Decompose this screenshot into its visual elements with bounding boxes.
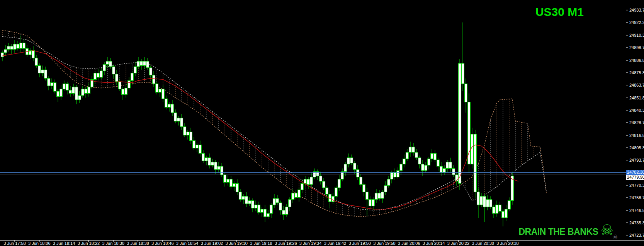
time-axis-label: 3 Jun 20:06 [398, 241, 420, 246]
candle-body [196, 145, 199, 148]
candle-body [480, 196, 483, 205]
candle-body [236, 183, 239, 192]
candle-body [245, 196, 248, 204]
candle-body [375, 193, 378, 200]
candle-body [465, 84, 467, 102]
candle-body [224, 175, 226, 182]
candle-body [301, 183, 304, 190]
candle-body [174, 113, 177, 121]
candle-body [230, 179, 233, 186]
candle-body [397, 171, 399, 177]
time-axis-label: 3 Jun 20:14 [423, 241, 445, 246]
candle-body [446, 162, 449, 169]
candle-body [295, 193, 297, 197]
candle-body [369, 200, 372, 206]
candle-body [106, 61, 109, 64]
candle-body [227, 179, 229, 182]
candle-body [366, 192, 369, 199]
indicator-branding: DRAIN THE BANKS ☠ ☠ [518, 226, 621, 237]
candle-body [193, 140, 195, 148]
price-axis-label: 24723.75 [629, 233, 644, 237]
candle-body [353, 163, 356, 170]
candle-body [72, 87, 75, 94]
candle-body [372, 200, 375, 206]
candle-body [1, 53, 4, 57]
price-axis-label: 24793.75 [629, 158, 644, 162]
candle-body [425, 165, 427, 171]
candle-body [162, 89, 165, 99]
candle-body [165, 99, 168, 107]
candle-body [502, 211, 505, 218]
price-axis[interactable]: 24933.7524922.2024910.3024898.7524886.85… [626, 8, 644, 237]
axes [0, 0, 644, 241]
candle-body [400, 164, 403, 171]
price-axis-label: 24886.85 [629, 58, 644, 63]
candle-body [285, 207, 288, 214]
time-axis-label: 3 Jun 19:34 [299, 241, 322, 246]
time-axis-label: 3 Jun 19:58 [373, 241, 396, 246]
time-axis-label: 3 Jun 18:46 [151, 241, 174, 246]
candle-body [23, 43, 25, 48]
candle-body [406, 152, 409, 159]
candle-body [180, 118, 183, 126]
candle-body [125, 88, 127, 95]
candle-body [431, 154, 433, 159]
candle-body [211, 162, 214, 165]
candle-body [449, 162, 452, 169]
candle-body [97, 73, 100, 77]
ma-line [2, 51, 518, 209]
candle-body [116, 74, 118, 82]
candle-body [122, 89, 124, 94]
candle-body [289, 200, 291, 207]
candle-body [17, 44, 19, 48]
candle-body [54, 83, 56, 91]
price-axis-label: 24933.75 [629, 8, 644, 12]
candle-body [7, 46, 10, 50]
candle-body [38, 65, 41, 73]
price-chart[interactable]: 24933.7524922.2024910.3024898.7524886.85… [0, 0, 644, 246]
candle-body [85, 89, 87, 93]
time-axis[interactable]: 3 Jun 17:583 Jun 18:063 Jun 18:143 Jun 1… [3, 240, 519, 246]
time-axis-label: 3 Jun 18:14 [53, 241, 75, 246]
candle-body [153, 75, 155, 84]
candle-body [171, 104, 174, 113]
candle-body [440, 166, 443, 173]
time-axis-label: 3 Jun 18:38 [127, 241, 149, 246]
candle-body [48, 79, 50, 86]
candle-body [184, 126, 186, 135]
candle-body [270, 205, 273, 214]
price-axis-label: 24735.30 [629, 220, 644, 225]
candle-body [137, 61, 140, 67]
candle-body [128, 80, 131, 88]
candle-body [452, 168, 455, 175]
candle-body [341, 172, 344, 179]
candle-body [483, 196, 486, 207]
candle-body [4, 50, 7, 53]
candle-body [44, 70, 47, 79]
candle-body [326, 188, 328, 194]
small-skull-icon: ☠ [613, 234, 618, 240]
time-axis-label: 3 Jun 19:50 [348, 241, 371, 246]
candle-body [323, 181, 325, 188]
ichimoku-cloud-layer [2, 30, 546, 217]
candle-body [146, 61, 149, 68]
time-axis-label: 3 Jun 18:54 [176, 241, 199, 246]
candle-body [381, 192, 384, 198]
price-axis-label: 24898.75 [629, 45, 644, 50]
candle-body [384, 186, 387, 192]
time-axis-label: 3 Jun 19:10 [225, 241, 248, 246]
candle-body [202, 154, 205, 161]
time-axis-label: 3 Jun 19:42 [324, 241, 347, 246]
price-axis-label: 24758.75 [629, 195, 644, 200]
candle-body [335, 188, 338, 196]
candle-body [258, 205, 260, 212]
candle-body [66, 84, 69, 91]
candle-body [233, 183, 236, 186]
candle-body [134, 67, 137, 73]
candle-body [75, 87, 78, 100]
price-axis-label: 24863.75 [629, 83, 644, 87]
time-axis-label: 3 Jun 19:02 [201, 241, 223, 246]
candle-body [338, 179, 341, 188]
candle-body [496, 205, 498, 214]
price-axis-label: 24851.85 [629, 96, 644, 100]
